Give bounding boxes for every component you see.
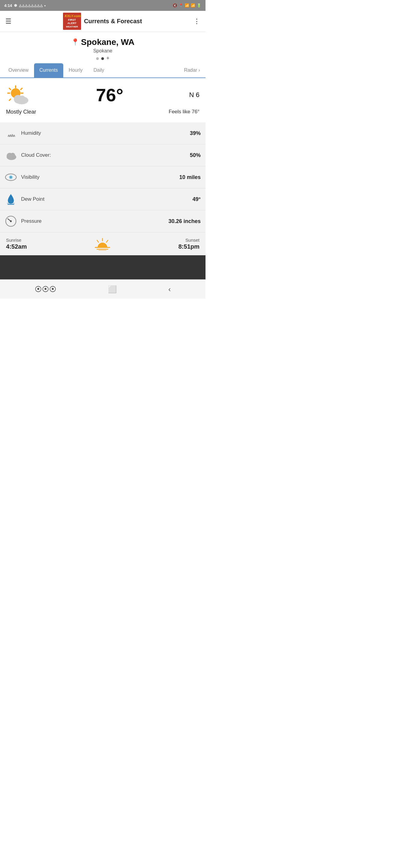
signal-icon: 📶	[191, 3, 195, 7]
dot-2[interactable]	[101, 57, 104, 60]
location-name: 📍 Spokane, WA	[3, 37, 202, 47]
humidity-label: Humidity	[21, 130, 41, 136]
sunrise-section: Sunrise 4:52am	[6, 238, 27, 250]
mute-icon: 🔇	[173, 3, 177, 7]
current-weather-section: 76° N 6 Mostly Clear Feels like 76°	[0, 78, 205, 122]
feels-like: Feels like 76°	[169, 109, 199, 115]
svg-rect-4	[21, 93, 24, 94]
cloud-cover-icon	[5, 149, 17, 161]
svg-rect-6	[20, 87, 23, 90]
current-description: Mostly Clear Feels like 76°	[6, 109, 199, 115]
app-logo: KXLY.com FIRST ALERT WEATHER	[63, 13, 81, 30]
svg-rect-3	[7, 93, 10, 94]
pressure-value: 30.26 inches	[168, 218, 201, 224]
tab-daily[interactable]: Daily	[88, 63, 110, 78]
temperature-display: 76°	[96, 85, 124, 105]
pressure-row: Pressure 30.26 inches	[0, 210, 205, 232]
svg-rect-1	[15, 85, 16, 88]
cloud-cover-label: Cloud Cover:	[21, 152, 51, 158]
nav-menu-icon[interactable]: ⦿⦿⦿	[35, 285, 56, 293]
svg-rect-7	[8, 98, 11, 101]
weather-icon	[6, 84, 30, 106]
status-icons: 🔇 📍 📶 📶 🔋	[173, 3, 201, 7]
location-icon: 📍	[179, 3, 183, 7]
city-label: Spokane, WA	[81, 37, 134, 47]
svg-line-26	[97, 240, 98, 242]
tabs: Overview Currents Hourly Daily Radar ›	[0, 63, 205, 78]
sunrise-time: 4:52am	[6, 243, 27, 250]
svg-line-27	[106, 240, 108, 242]
battery-icon: 🔋	[197, 3, 201, 7]
cloud-cover-row: Cloud Cover: 50%	[0, 144, 205, 166]
wifi-icon: 📶	[185, 3, 189, 7]
condition-text: Mostly Clear	[6, 109, 36, 115]
pin-icon: 📍	[71, 38, 79, 46]
sunset-label: Sunset	[179, 238, 199, 243]
humidity-row: Humidity 39%	[0, 122, 205, 144]
humidity-value: 39%	[190, 130, 201, 136]
svg-point-10	[19, 96, 25, 101]
humidity-icon	[5, 127, 17, 139]
dew-point-value: 49°	[193, 196, 201, 203]
current-top: 76° N 6	[6, 84, 199, 106]
location-sub: Spokane	[3, 48, 202, 54]
svg-point-21	[10, 220, 12, 222]
status-bar: 4:14 ❄ △△△△△△△△ • 🔇 📍 📶 📶 🔋	[0, 0, 205, 11]
more-icon[interactable]: ⋮	[193, 18, 200, 25]
add-location[interactable]: +	[106, 56, 110, 61]
visibility-label: Visibility	[21, 174, 39, 180]
location-dots: +	[3, 56, 202, 61]
app-bar: ☰ KXLY.com FIRST ALERT WEATHER Currents …	[0, 11, 205, 32]
sunset-time: 8:51pm	[179, 243, 199, 250]
sun-row: Sunrise 4:52am Sunset 8:51pm	[0, 232, 205, 255]
status-snowflake: ❄	[14, 3, 17, 8]
dew-point-icon	[5, 193, 17, 205]
tab-hourly[interactable]: Hourly	[63, 63, 88, 78]
pressure-icon	[5, 215, 17, 227]
logo-title: KXLY.com FIRST ALERT WEATHER Currents & …	[63, 13, 142, 30]
svg-rect-5	[8, 87, 11, 90]
status-dot: •	[44, 3, 46, 8]
nav-back-icon[interactable]: ‹	[168, 285, 171, 293]
visibility-value: 10 miles	[179, 174, 201, 181]
location-section: 📍 Spokane, WA Spokane +	[0, 32, 205, 63]
dew-point-row: Dew Point 49°	[0, 188, 205, 210]
tab-radar[interactable]: Radar ›	[182, 63, 202, 78]
dew-point-label: Dew Point	[21, 196, 44, 202]
pressure-label: Pressure	[21, 218, 41, 224]
tab-currents[interactable]: Currents	[34, 63, 63, 78]
svg-point-16	[10, 176, 12, 178]
tab-overview[interactable]: Overview	[3, 63, 34, 78]
nav-home-icon[interactable]: ⬜	[108, 285, 117, 293]
visibility-icon	[5, 171, 17, 183]
sunset-section: Sunset 8:51pm	[179, 238, 199, 250]
nav-bar: ⦿⦿⦿ ⬜ ‹	[0, 279, 205, 299]
dot-1[interactable]	[96, 57, 99, 60]
hamburger-icon[interactable]: ☰	[5, 18, 11, 25]
sunrise-label: Sunrise	[6, 238, 27, 243]
status-time: 4:14	[4, 3, 12, 8]
status-warnings: △△△△△△△△	[19, 4, 42, 7]
app-title: Currents & Forecast	[84, 18, 142, 25]
visibility-row: Visibility 10 miles	[0, 166, 205, 188]
wind-display: N 6	[189, 91, 199, 99]
dark-footer	[0, 255, 205, 279]
cloud-cover-value: 50%	[190, 152, 201, 158]
svg-point-13	[10, 153, 15, 158]
sunrise-icon	[94, 237, 111, 250]
